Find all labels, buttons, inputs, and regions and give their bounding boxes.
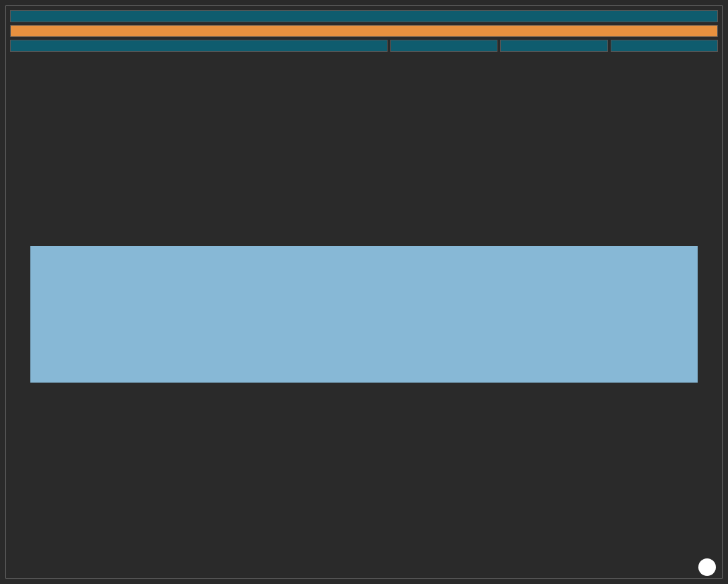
l2-cache [30,246,698,383]
gpc-row-top [30,55,698,242]
watermark [698,558,720,576]
gpu-die-diagram [5,5,723,579]
watermark-badge [698,558,716,576]
memory-controller-column-left [10,55,28,574]
gpc-row-bottom [30,387,698,574]
memory-controller-column-right [700,55,718,574]
nvenc-bar-2 [500,40,607,52]
nvenc-bar-1 [390,40,497,52]
pci-interface-bar [10,10,718,22]
gigathread-bar [10,25,718,37]
ofa-bar [10,40,388,52]
nvdec-bar [611,40,718,52]
